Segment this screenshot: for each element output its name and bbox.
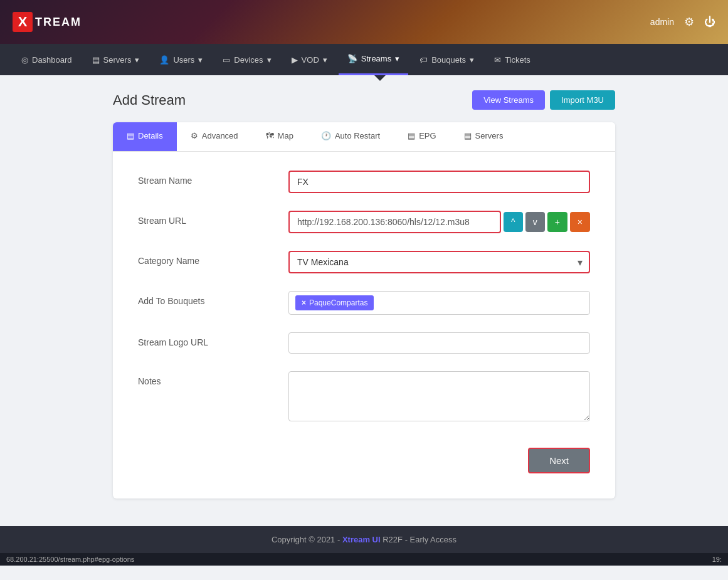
vod-icon: ▶ xyxy=(292,55,298,65)
advanced-tab-icon: ⚙ xyxy=(191,131,198,140)
tab-servers[interactable]: ▤ Servers xyxy=(450,122,517,151)
next-button[interactable]: Next xyxy=(528,448,590,473)
devices-icon: ▭ xyxy=(223,55,230,65)
category-label: Category Name xyxy=(138,251,288,266)
servers-tab-label: Servers xyxy=(475,131,504,140)
vod-chevron-icon: ▾ xyxy=(323,55,327,65)
bouquet-container[interactable]: × PaqueCompartas xyxy=(288,291,590,315)
bouquets-row: Add To Bouquets × PaqueCompartas xyxy=(138,291,590,315)
main-content: Add Stream View Streams Import M3U ▤ Det… xyxy=(0,75,728,514)
tickets-icon: ✉ xyxy=(494,55,501,65)
form-footer: Next xyxy=(138,441,590,480)
stream-url-row: Stream URL ^ v + × xyxy=(138,211,590,233)
status-url: 68.200.21:25500/stream.php#epg-options xyxy=(6,556,134,563)
category-row: Category Name TV Mexicana Sports Movies … xyxy=(138,251,590,273)
stream-name-label: Stream Name xyxy=(138,171,288,186)
category-control: TV Mexicana Sports Movies News ▾ xyxy=(288,251,590,273)
tab-auto-restart[interactable]: 🕐 Auto Restart xyxy=(307,122,394,151)
nav-devices-label: Devices xyxy=(234,55,263,65)
form-card: ▤ Details ⚙ Advanced 🗺 Map 🕐 Auto Restar… xyxy=(113,122,615,498)
power-icon[interactable]: ⏻ xyxy=(704,16,715,29)
nav-servers-label: Servers xyxy=(103,55,132,65)
view-streams-button[interactable]: View Streams xyxy=(472,90,545,110)
bouquets-label: Add To Bouquets xyxy=(138,291,288,306)
users-chevron-icon: ▾ xyxy=(198,55,203,65)
details-tab-label: Details xyxy=(138,131,163,140)
servers-tab-icon: ▤ xyxy=(464,131,472,140)
stream-name-control xyxy=(288,171,590,193)
form-body: Stream Name Stream URL ^ v + × xyxy=(113,152,615,498)
stream-url-input[interactable] xyxy=(288,211,501,233)
bouquets-icon: 🏷 xyxy=(419,55,428,65)
bouquet-tag[interactable]: × PaqueCompartas xyxy=(295,295,374,310)
servers-icon: ▤ xyxy=(92,55,100,65)
tab-map[interactable]: 🗺 Map xyxy=(252,122,307,151)
footer-brand: Xtream UI xyxy=(342,535,381,544)
category-select-wrapper: TV Mexicana Sports Movies News ▾ xyxy=(288,251,590,273)
stream-name-input[interactable] xyxy=(288,171,590,193)
servers-chevron-icon: ▾ xyxy=(135,55,139,65)
nav-servers[interactable]: ▤ Servers ▾ xyxy=(83,44,149,75)
nav-vod[interactable]: ▶ VOD ▾ xyxy=(283,44,336,75)
page-actions: View Streams Import M3U xyxy=(472,90,615,110)
url-move-down-button[interactable]: v xyxy=(525,212,545,232)
auto-restart-tab-icon: 🕐 xyxy=(321,131,331,140)
streams-chevron-icon: ▾ xyxy=(395,54,399,63)
status-time: 19: xyxy=(712,556,722,563)
details-tab-icon: ▤ xyxy=(127,131,134,140)
nav-tickets[interactable]: ✉ Tickets xyxy=(485,44,539,75)
url-add-button[interactable]: + xyxy=(547,212,567,232)
notes-label: Notes xyxy=(138,371,288,386)
footer-suffix: R22F - Early Access xyxy=(382,535,456,544)
bouquet-tag-x[interactable]: × xyxy=(302,298,306,307)
nav-users-label: Users xyxy=(173,55,194,65)
logo-url-control xyxy=(288,332,590,354)
category-select[interactable]: TV Mexicana Sports Movies News xyxy=(288,251,590,273)
footer-text: Copyright © 2021 - xyxy=(272,535,342,544)
stream-url-input-group: ^ v + × xyxy=(288,211,590,233)
nav-bouquets[interactable]: 🏷 Bouquets ▾ xyxy=(411,44,483,75)
page-title: Add Stream xyxy=(113,92,186,108)
nav-users[interactable]: 👤 Users ▾ xyxy=(150,44,211,75)
users-icon: 👤 xyxy=(159,55,169,65)
logo-url-row: Stream Logo URL xyxy=(138,332,590,354)
dashboard-icon: ◎ xyxy=(21,55,28,65)
logo-x-icon: X xyxy=(13,12,33,32)
tab-epg[interactable]: ▤ EPG xyxy=(394,122,450,151)
url-delete-button[interactable]: × xyxy=(570,212,590,232)
epg-tab-icon: ▤ xyxy=(408,131,415,140)
logo-text: TREAM xyxy=(35,16,82,29)
header-right: admin ⚙ ⏻ xyxy=(650,15,715,29)
nav-devices[interactable]: ▭ Devices ▾ xyxy=(214,44,280,75)
header: X TREAM admin ⚙ ⏻ xyxy=(0,0,728,44)
auto-restart-tab-label: Auto Restart xyxy=(335,131,380,140)
logo: X TREAM xyxy=(13,12,82,32)
advanced-tab-label: Advanced xyxy=(202,131,238,140)
notes-control xyxy=(288,371,590,424)
nav-dashboard[interactable]: ◎ Dashboard xyxy=(13,44,81,75)
nav-dashboard-label: Dashboard xyxy=(32,55,72,65)
nav-streams-label: Streams xyxy=(361,54,391,63)
navbar: ◎ Dashboard ▤ Servers ▾ 👤 Users ▾ ▭ Devi… xyxy=(0,44,728,75)
status-bar: 68.200.21:25500/stream.php#epg-options 1… xyxy=(0,553,728,566)
notes-textarea[interactable] xyxy=(288,371,590,421)
epg-tab-label: EPG xyxy=(419,131,436,140)
gear-icon[interactable]: ⚙ xyxy=(684,15,694,29)
bouquets-chevron-icon: ▾ xyxy=(470,55,474,65)
logo-url-label: Stream Logo URL xyxy=(138,332,288,347)
page-header: Add Stream View Streams Import M3U xyxy=(113,90,615,110)
stream-name-row: Stream Name xyxy=(138,171,590,193)
streams-icon: 📡 xyxy=(347,54,357,63)
tab-details[interactable]: ▤ Details xyxy=(113,122,177,151)
nav-bouquets-label: Bouquets xyxy=(431,55,466,65)
map-tab-icon: 🗺 xyxy=(266,131,274,140)
devices-chevron-icon: ▾ xyxy=(267,55,272,65)
nav-streams[interactable]: 📡 Streams ▾ xyxy=(339,44,408,75)
import-m3u-button[interactable]: Import M3U xyxy=(550,90,615,110)
admin-label: admin xyxy=(650,17,674,27)
bouquets-control: × PaqueCompartas xyxy=(288,291,590,315)
url-move-up-button[interactable]: ^ xyxy=(504,212,523,232)
tab-advanced[interactable]: ⚙ Advanced xyxy=(177,122,252,151)
stream-url-label: Stream URL xyxy=(138,211,288,226)
logo-url-input[interactable] xyxy=(288,332,590,354)
